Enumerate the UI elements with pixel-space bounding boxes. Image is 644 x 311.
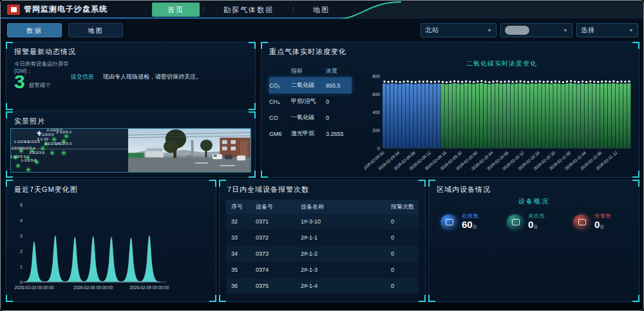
sensor-dot-icon xyxy=(26,167,30,171)
table-cell: 2#-1-1 xyxy=(301,234,391,241)
svg-text:2026-02-06 00:00:00: 2026-02-06 00:00:00 xyxy=(73,285,113,290)
gas-table-row[interactable]: CO一氧化碳0 xyxy=(269,109,352,126)
table-cell: 0371 xyxy=(256,218,301,225)
gas-name: 激光甲烷 xyxy=(291,129,326,138)
table-cell: 2#-1-2 xyxy=(301,250,391,257)
gas-value: 3.2655 xyxy=(326,131,352,137)
table-row[interactable]: 3603752#-1-40 xyxy=(226,278,419,294)
gas-code: CO xyxy=(269,115,291,121)
street-photo xyxy=(128,129,251,172)
svg-text:400: 400 xyxy=(372,110,380,115)
alarm-summary-panel: 报警最新动态情况 今日所有设备运行异常 (GM)： 3 超警戒个 提交信息 现由… xyxy=(6,42,256,110)
stat-text: 报警数0台 xyxy=(594,212,612,232)
stat-unit: 台 xyxy=(533,224,538,229)
chevron-down-icon: ▼ xyxy=(563,28,568,33)
table-row[interactable]: 3203711#-3-100 xyxy=(226,214,419,230)
table-cell: 0 xyxy=(391,283,419,289)
table-cell: 2#-1-3 xyxy=(301,267,391,273)
gas-code: CH₄ xyxy=(269,99,291,105)
offline-device-icon xyxy=(507,214,524,230)
table-row[interactable]: 3303722#-1-10 xyxy=(226,230,419,246)
table-cell: 34 xyxy=(231,250,256,257)
gm-chart: 0123452026-02-03 00:00:002026-02-06 00:0… xyxy=(10,196,171,299)
alarm-count-unit: 超警戒个 xyxy=(29,82,51,90)
gas-panel-title: 重点气体实时浓度变化 xyxy=(269,47,346,57)
svg-text:200: 200 xyxy=(372,128,380,133)
svg-text:0: 0 xyxy=(20,280,23,285)
table-cell: 0 xyxy=(391,267,419,273)
toolbar: 数据 地图 北站 ▼ ▼ 选择 ▼ xyxy=(1,20,643,39)
table-cell: 0372 xyxy=(256,234,301,241)
alarm-table-header: 序号 设备号 设备名称 报警次数 xyxy=(226,200,419,214)
dashboard-root: 管网监测电子沙盘系统 首页 勘探气体数据 地图 数据 地图 北站 ▼ ▼ 选择 … xyxy=(0,0,644,311)
panorama-photo: ✚2-1/2/3-82-1/2/3-72-1/2/3-12-1/2/3-62-1… xyxy=(10,128,251,173)
station-select[interactable]: 北站 ▼ xyxy=(421,23,497,37)
svg-text:3: 3 xyxy=(20,234,23,238)
table-row[interactable]: 3403732#-1-20 xyxy=(226,246,419,262)
svg-text:4: 4 xyxy=(20,218,23,223)
app-logo-icon xyxy=(7,5,20,15)
gas-header-concentration: 浓度 xyxy=(326,67,352,75)
app-title: 管网监测电子沙盘系统 xyxy=(24,4,108,15)
device-stats: 在线数60台离线数0台报警数0台 xyxy=(440,212,632,232)
stat-value: 60台 xyxy=(462,220,479,232)
chevron-down-icon: ▼ xyxy=(487,28,492,33)
co2-chart-title: 二氧化碳实时浓度变化 xyxy=(371,59,632,68)
gas-table-row[interactable]: GM6激光甲烷3.2655 xyxy=(269,126,352,142)
tab-map[interactable]: 地图 xyxy=(298,3,345,17)
table-cell: 36 xyxy=(231,283,256,289)
gas-table-row[interactable]: CH₄甲烷/沼气0 xyxy=(269,93,352,109)
stat-text: 离线数0台 xyxy=(528,212,545,232)
stat-value: 0台 xyxy=(528,220,545,232)
table-row[interactable]: 3503742#-1-30 xyxy=(226,262,419,278)
device-panel-title: 区域内设备情况 xyxy=(437,185,491,194)
co2-chart: 02004006008002026-02-09 002026-02-09 042… xyxy=(365,68,635,176)
svg-text:1: 1 xyxy=(20,265,23,269)
marker-label: 2-1/2/3-1 xyxy=(56,130,71,135)
sensor-marker[interactable]: 1-1/2/3-8 xyxy=(21,158,36,173)
alarm-records-panel: 7日内全域设备报警次数 序号 设备号 设备名称 报警次数 3203711#-3-… xyxy=(219,180,426,302)
filter-select[interactable]: ▼ xyxy=(500,23,573,37)
submit-info-text: 现由专人现场巡检，请密切保持关注。 xyxy=(103,73,202,81)
stat-unit: 台 xyxy=(473,224,477,229)
table-cell: 33 xyxy=(231,234,256,241)
map-button[interactable]: 地图 xyxy=(68,23,123,37)
device-overview-subtitle: 设备概况 xyxy=(429,197,639,206)
table-cell: 0374 xyxy=(256,267,301,273)
table-cell: 32 xyxy=(231,218,256,225)
sensor-dot-icon xyxy=(50,151,54,155)
gas-name: 二氧化碳 xyxy=(291,81,326,90)
alarm-count-row: 3 超警戒个 xyxy=(14,72,51,91)
device-status-panel: 区域内设备情况 设备概况 在线数60台离线数0台报警数0台 xyxy=(428,180,639,302)
table-cell: 2#-1-4 xyxy=(301,283,391,289)
gas-value: 855.5 xyxy=(326,82,352,89)
svg-text:5: 5 xyxy=(20,203,23,207)
tab-home[interactable]: 首页 xyxy=(152,3,200,17)
bottom-strip xyxy=(1,303,643,310)
alarm-device-icon xyxy=(573,214,590,230)
gas-table-header: 指标 浓度 xyxy=(269,64,352,77)
select-pill xyxy=(505,26,529,35)
alarm-stat: 报警数0台 xyxy=(573,212,632,232)
gas-code: CO₂ xyxy=(269,82,291,89)
gas-table-row[interactable]: CO₂二氧化碳855.5 xyxy=(269,77,352,93)
marker-label: 1-1/2/3-8 xyxy=(21,158,36,162)
choose-select[interactable]: 选择 ▼ xyxy=(576,23,638,37)
alarm-table: 序号 设备号 设备名称 报警次数 3203711#-3-1003303722#-… xyxy=(226,200,419,294)
tab-gas-data[interactable]: 勘探气体数据 xyxy=(208,3,289,17)
header-bar: 管网监测电子沙盘系统 首页 勘探气体数据 地图 xyxy=(1,1,643,19)
online-stat: 在线数60台 xyxy=(440,212,500,232)
gas-value: 0 xyxy=(326,115,352,121)
sensor-marker[interactable]: 2-1/2/3-3 xyxy=(56,142,71,158)
data-button[interactable]: 数据 xyxy=(7,23,62,37)
stat-text: 在线数60台 xyxy=(462,212,479,232)
marker-label: 1-1/2/3-5 xyxy=(24,139,40,144)
alarm-count: 3 xyxy=(14,72,25,91)
alarm-panel-title: 报警最新动态情况 xyxy=(14,47,76,57)
live-photo-panel: 实景照片 ✚2-1/2/3-82-1/2/3-72-1/2/3-12-1/2/3… xyxy=(6,111,256,178)
table-cell: 0375 xyxy=(256,283,301,289)
gas-table-body: CO₂二氧化碳855.5CH₄甲烷/沼气0CO一氧化碳0GM6激光甲烷3.265… xyxy=(269,77,352,142)
gm-panel-title: 最近7天GM变化图 xyxy=(14,185,78,194)
gas-table: 指标 浓度 CO₂二氧化碳855.5CH₄甲烷/沼气0CO一氧化碳0GM6激光甲… xyxy=(269,64,352,142)
tab-divider xyxy=(204,6,204,14)
